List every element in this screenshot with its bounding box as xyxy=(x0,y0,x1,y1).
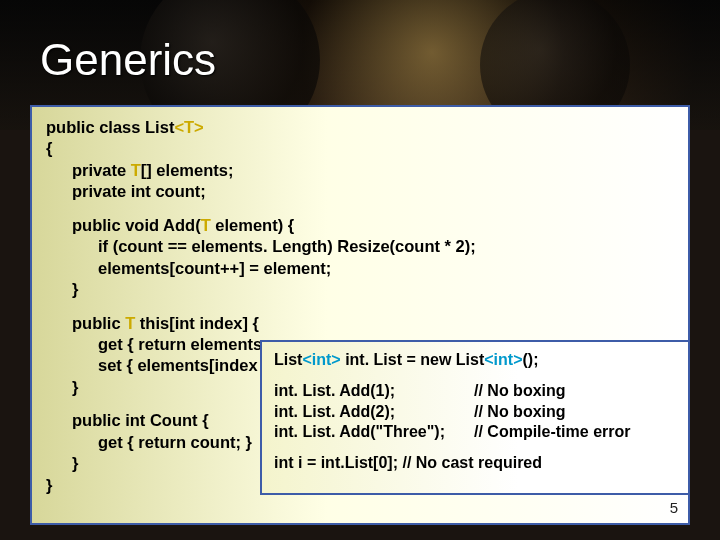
code-line: public class List<T> xyxy=(46,117,674,138)
slide-title: Generics xyxy=(40,35,216,85)
code-line: elements[count++] = element; xyxy=(46,258,674,279)
popup-line: int. List. Add(2); // No boxing xyxy=(274,402,676,423)
code-line: public T this[int index] { xyxy=(46,313,674,334)
generic-param: T xyxy=(125,314,135,332)
usage-popup: List<int> int. List = new List<int>(); i… xyxy=(260,340,690,495)
code-text: public class List xyxy=(46,118,174,136)
popup-line: List<int> int. List = new List<int>(); xyxy=(274,350,676,371)
code-text: this[int index] { xyxy=(135,314,259,332)
code-text: int. List. Add("Three"); xyxy=(274,422,474,443)
code-line: private T[] elements; xyxy=(46,160,674,181)
code-text: int. List = new List xyxy=(341,351,485,368)
code-text: private xyxy=(72,161,131,179)
generic-arg: <int> xyxy=(484,351,522,368)
popup-line: int i = int.List[0]; // No cast required xyxy=(274,453,676,474)
page-number: 5 xyxy=(670,498,678,518)
code-line: private int count; xyxy=(46,181,674,202)
code-comment: // No boxing xyxy=(474,381,676,402)
code-text: public void Add( xyxy=(72,216,201,234)
generic-param: <T> xyxy=(174,118,203,136)
code-comment: // No boxing xyxy=(474,402,676,423)
generic-param: T xyxy=(131,161,141,179)
code-comment: // Compile-time error xyxy=(474,422,676,443)
code-text: public xyxy=(72,314,125,332)
code-text: element) { xyxy=(211,216,294,234)
code-text: (); xyxy=(523,351,539,368)
code-line: if (count == elements. Length) Resize(co… xyxy=(46,236,674,257)
code-text: int. List. Add(1); xyxy=(274,381,474,402)
code-text: int. List. Add(2); xyxy=(274,402,474,423)
code-line: } xyxy=(46,279,674,300)
generic-param: T xyxy=(201,216,211,234)
code-line: { xyxy=(46,138,674,159)
popup-line: int. List. Add("Three"); // Compile-time… xyxy=(274,422,676,443)
code-text: List xyxy=(274,351,302,368)
code-text: [] elements; xyxy=(141,161,234,179)
code-line: public void Add(T element) { xyxy=(46,215,674,236)
popup-line: int. List. Add(1); // No boxing xyxy=(274,381,676,402)
generic-arg: <int> xyxy=(302,351,340,368)
